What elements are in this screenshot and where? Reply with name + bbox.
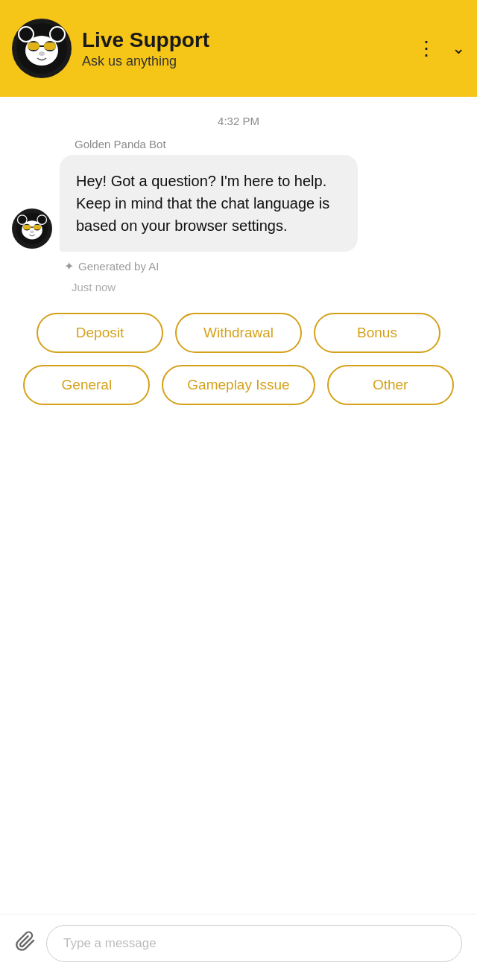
generated-label: Generated by AI (78, 260, 159, 273)
svg-point-19 (30, 231, 34, 234)
message-time-label: Just now (60, 278, 477, 305)
attach-icon[interactable] (15, 931, 36, 957)
message-input[interactable] (46, 925, 462, 962)
svg-rect-7 (44, 42, 56, 50)
more-options-icon[interactable]: ⋮ (417, 39, 437, 58)
bot-avatar-icon (16, 212, 48, 245)
svg-rect-6 (28, 42, 40, 50)
sparkle-icon: ✦ (64, 259, 74, 273)
quick-reply-gameplay[interactable]: Gameplay Issue (162, 365, 315, 405)
svg-point-3 (25, 36, 58, 66)
header-subtitle: Ask us anything (82, 54, 406, 69)
bot-message-bubble: Hey! Got a question? I'm here to help. K… (60, 155, 358, 252)
bot-message-text: Hey! Got a question? I'm here to help. K… (76, 170, 341, 237)
chat-area: 4:32 PM Golden Panda Bot Hey! Got a ques… (0, 97, 477, 914)
quick-reply-other[interactable]: Other (327, 365, 454, 405)
ai-attribution: ✦ Generated by AI (48, 252, 477, 278)
header-title: Live Support (82, 28, 406, 53)
quick-replies-container: Deposit Withdrawal Bonus General Gamepla… (0, 305, 477, 420)
brand-avatar (12, 19, 72, 78)
quick-reply-withdrawal[interactable]: Withdrawal (175, 313, 302, 353)
bot-message-row: Hey! Got a question? I'm here to help. K… (0, 155, 477, 252)
svg-rect-17 (34, 225, 41, 229)
svg-point-13 (22, 220, 42, 239)
quick-reply-deposit[interactable]: Deposit (37, 313, 163, 353)
svg-point-9 (39, 51, 45, 56)
brand-logo-icon (16, 22, 68, 74)
quick-reply-bonus[interactable]: Bonus (314, 313, 440, 353)
header-text: Live Support Ask us anything (82, 28, 406, 70)
collapse-icon[interactable]: ⌄ (452, 39, 465, 58)
input-bar (0, 914, 477, 980)
quick-reply-general[interactable]: General (23, 365, 150, 405)
bot-avatar (12, 209, 52, 249)
svg-rect-16 (23, 225, 31, 229)
bot-name-label: Golden Panda Bot (75, 138, 477, 150)
message-timestamp: 4:32 PM (0, 97, 477, 138)
chat-header: Live Support Ask us anything ⋮ ⌄ (0, 0, 477, 97)
header-actions: ⋮ ⌄ (417, 39, 465, 58)
chat-spacer (0, 420, 477, 899)
